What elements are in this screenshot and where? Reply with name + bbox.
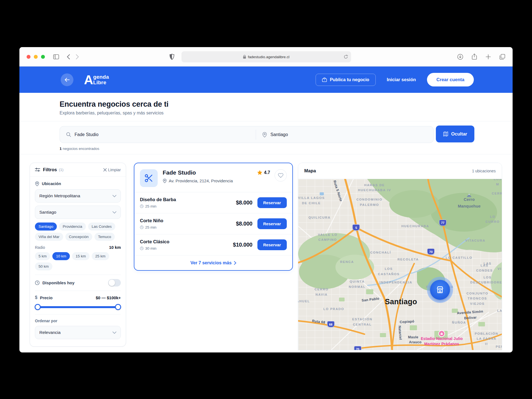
service-duration-row: 25 min [140, 225, 163, 229]
region-select[interactable]: Región Metropolitana [35, 189, 121, 203]
search-bar: Fade Studio Santiago [60, 126, 434, 143]
service-duration: 25 min [145, 204, 157, 208]
city-select[interactable]: Santiago [35, 206, 121, 219]
city-chip-temuco[interactable]: Temuco [94, 233, 115, 241]
login-link[interactable]: Iniciar sesión [387, 77, 416, 82]
location-input[interactable]: Santiago [256, 126, 433, 143]
downloads-icon[interactable] [457, 53, 463, 60]
map-canvas[interactable]: Ruta 5 Norte HARAS DE HUECHURABA IV VILL… [298, 179, 502, 350]
browser-forward-button[interactable] [76, 54, 79, 60]
browser-back-button[interactable] [67, 54, 70, 60]
service-price: $10.000 [233, 242, 252, 248]
route-shield: 68 [327, 321, 334, 328]
radius-chip-50km[interactable]: 50 km [35, 262, 52, 270]
publish-business-button[interactable]: Publica tu negocio [316, 74, 375, 86]
close-window-button[interactable] [27, 55, 30, 59]
city-chip-providencia[interactable]: Providencia [59, 222, 86, 231]
filters-active-count: (1) [59, 168, 63, 172]
dollar-icon: $ [35, 295, 37, 300]
reserve-button[interactable]: Reservar [257, 197, 287, 208]
url-text: fadestudio.agendalibre.cl [248, 55, 289, 59]
city-chip-las-condes[interactable]: Las Condes [88, 222, 115, 231]
available-today-label: Disponibles hoy [42, 280, 75, 285]
service-row: Corte Clásico 30 min $10.000 Reservar [134, 234, 292, 255]
filters-header: Filtros (1) Limpiar [30, 163, 126, 177]
reserve-button[interactable]: Reservar [257, 218, 287, 229]
radius-chip-25km[interactable]: 25 km [92, 252, 109, 260]
route-shield: 5 [352, 224, 360, 231]
available-today-row: Disponibles hoy [35, 279, 121, 287]
lock-icon [243, 55, 246, 59]
business-card-header: Fade Studio 4.7 [134, 163, 292, 192]
divider [35, 291, 121, 291]
new-tab-icon[interactable] [485, 53, 491, 60]
more-services-link[interactable]: Ver 7 servicios más [134, 255, 292, 270]
minimize-window-button[interactable] [34, 55, 38, 59]
price-slider-track [35, 306, 120, 308]
app-header: A gendaLibre Publica tu negocio Iniciar … [19, 66, 513, 93]
price-range-value: $0 — $100k+ [96, 295, 121, 300]
rating-value: 4.7 [264, 170, 270, 175]
back-button[interactable] [61, 73, 73, 86]
business-card[interactable]: Fade Studio 4.7 [134, 163, 293, 271]
location-text: Santiago [270, 132, 288, 137]
zoom-window-button[interactable] [41, 55, 45, 59]
hide-map-button[interactable]: Ocultar [436, 126, 474, 142]
radius-label: Radio [35, 245, 45, 250]
map-header: Mapa 1 ubicaciones [298, 163, 502, 179]
route-shield: 70 [427, 249, 435, 255]
app-logo[interactable]: A gendaLibre [84, 73, 109, 86]
city-chip-santiago[interactable]: Santiago [35, 222, 57, 231]
more-services-label: Ver 7 servicios más [190, 260, 232, 265]
map-title: Mapa [304, 168, 316, 173]
browser-window: fadestudio.agendalibre.cl [19, 47, 513, 352]
clock-icon [35, 280, 40, 285]
route-shield: 77 [439, 219, 446, 226]
page-title: Encuentra negocios cerca de ti [60, 100, 513, 109]
hide-map-label: Ocultar [451, 131, 467, 137]
radius-label-row: Radio 10 km [35, 245, 121, 250]
city-chips: Santiago Providencia Las Condes Viña del… [35, 222, 121, 241]
publish-business-label: Publica tu negocio [330, 77, 369, 82]
business-info: Fade Studio 4.7 [163, 169, 270, 183]
price-slider-handle-min[interactable] [35, 304, 41, 310]
results-count: 1 [60, 147, 62, 151]
share-icon[interactable] [472, 53, 477, 60]
location-filter-label: Ubicación [42, 181, 61, 186]
header-actions: Publica tu negocio Iniciar sesión Crear … [316, 73, 474, 86]
price-slider-handle-max[interactable] [115, 304, 121, 310]
reserve-button[interactable]: Reservar [257, 239, 287, 250]
divider [35, 275, 121, 275]
clear-filters-button[interactable]: Limpiar [103, 168, 121, 172]
sidebar-toggle-icon[interactable] [53, 54, 59, 59]
favorite-button[interactable] [275, 169, 287, 181]
reload-icon[interactable] [344, 55, 348, 59]
radius-chips: 5 km 10 km 15 km 25 km 50 km [35, 252, 121, 270]
city-chip-concepcion[interactable]: Concepción [65, 233, 92, 241]
city-chip-vina-del-mar[interactable]: Viña del Mar [35, 233, 63, 241]
privacy-shield-icon[interactable] [170, 54, 174, 60]
heart-icon [278, 173, 283, 178]
scissors-icon [140, 169, 158, 187]
business-map-marker[interactable] [427, 277, 453, 303]
clock-icon [140, 226, 144, 229]
radius-chip-15km[interactable]: 15 km [72, 252, 89, 260]
arrow-left-icon [64, 78, 70, 82]
search-query-text: Fade Studio [75, 132, 98, 137]
location-pin-icon [163, 178, 167, 183]
service-name: Corte Clásico [140, 239, 169, 244]
radius-chip-10km[interactable]: 10 km [52, 252, 70, 260]
available-today-toggle[interactable] [108, 279, 121, 287]
chevron-down-icon [112, 211, 116, 214]
tab-overview-icon[interactable] [499, 53, 505, 60]
service-row: Diseño de Barba 25 min $8.000 Reservar [134, 192, 292, 213]
sort-select[interactable]: Relevancia [35, 326, 121, 339]
map-locations-count: 1 ubicaciones [472, 169, 496, 173]
url-bar[interactable]: fadestudio.agendalibre.cl [181, 51, 351, 62]
results-label: negocios encontrados [63, 147, 99, 151]
logo-word-1: genda [93, 74, 109, 80]
filters-title: Filtros [43, 167, 57, 172]
search-input[interactable]: Fade Studio [60, 126, 256, 143]
radius-chip-5km[interactable]: 5 km [35, 252, 50, 260]
signup-button[interactable]: Crear cuenta [427, 73, 474, 86]
